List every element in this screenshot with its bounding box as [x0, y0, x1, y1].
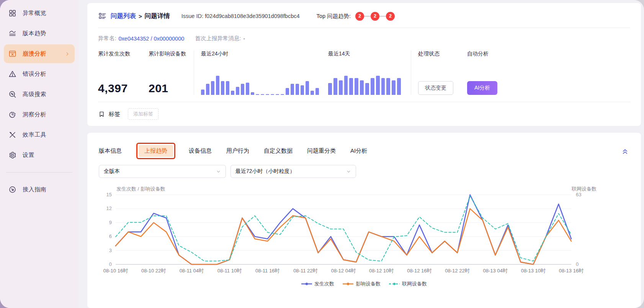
divider [98, 102, 630, 102]
gear-icon [8, 151, 16, 159]
mini-bar [376, 76, 380, 95]
add-tag-button[interactable]: 添加标签 [128, 108, 159, 120]
collapse-panel-icon[interactable] [621, 147, 629, 155]
tab-6[interactable]: AI分析 [350, 147, 367, 155]
legend-item[interactable]: 影响设备数 [343, 280, 381, 287]
mini-bar [221, 81, 224, 95]
issue-id-text: Issue ID: f024d9cab8108e3de35901d098fbcb… [181, 13, 300, 19]
svg-text:联网设备数: 联网设备数 [571, 186, 597, 192]
tags-label: 标签 [109, 111, 120, 118]
stat-total-occurrences: 累计发生次数 4,397 [98, 51, 149, 95]
ai-analysis-button[interactable]: AI分析 [467, 81, 497, 95]
mini-bar [246, 83, 249, 95]
mini-bar [241, 84, 244, 95]
legend-label: 联网设备数 [402, 280, 427, 287]
svg-text:08-11 16时: 08-11 16时 [255, 268, 280, 274]
top-trend-label: Top 问题趋势: [317, 13, 351, 20]
trend-chart: 03691215630发生次数 / 影响设备数联网设备数08-10 16时08-… [99, 186, 629, 287]
chevron-down-icon [216, 169, 221, 174]
bookmark-icon [98, 111, 105, 118]
mini-bar [266, 94, 269, 95]
detail-tabs: 版本信息上报趋势设备信息用户行为自定义数据问题重分类AI分析 [99, 143, 629, 159]
chevron-right-icon [65, 51, 70, 57]
sidebar-item-label: 崩溃分析 [23, 50, 46, 57]
sidebar-item-efficiency-tools[interactable]: 效率工具 [4, 125, 75, 144]
mini-bar [206, 84, 209, 95]
sidebar-item-version-trend[interactable]: 版本趋势 [4, 24, 75, 43]
svg-text:08-11 04时: 08-11 04时 [180, 268, 204, 274]
svg-text:08-13 04时: 08-13 04时 [483, 268, 508, 274]
tab-4[interactable]: 自定义数据 [264, 147, 293, 155]
status-change-button[interactable]: 状态变更 [418, 81, 453, 95]
recent-24h-label: 最近24小时 [201, 51, 320, 57]
sidebar-item-label: 设置 [23, 152, 34, 159]
badge-connector [364, 16, 371, 17]
stats-row: 累计发生次数 4,397 累计影响设备数 201 最近24小时 最近14天 [98, 51, 630, 95]
status-label: 处理状态 [418, 51, 440, 57]
trend-badge: 2 [355, 12, 364, 21]
vertical-divider [194, 51, 194, 95]
sidebar-footer: 接入指南 [0, 179, 78, 200]
mini-bar [226, 81, 229, 95]
issue-detail-card: 版本信息上报趋势设备信息用户行为自定义数据问题重分类AI分析 全版本 最近72小… [87, 133, 641, 308]
mini-bar [344, 76, 348, 95]
chevron-down-icon [346, 169, 351, 174]
tab-3[interactable]: 用户行为 [226, 147, 249, 155]
legend-label: 发生次数 [314, 280, 334, 287]
mini-bar [392, 80, 396, 95]
sidebar-item-advanced-search[interactable]: 高级搜索 [4, 85, 75, 104]
mini-bar [333, 78, 337, 95]
line-chart-svg: 03691215630发生次数 / 影响设备数联网设备数08-10 16时08-… [99, 186, 598, 277]
dashboard-icon [8, 9, 16, 17]
tab-2[interactable]: 设备信息 [189, 147, 212, 155]
sidebar-item-settings[interactable]: 设置 [4, 146, 75, 165]
mini-bar [306, 81, 309, 95]
badge-connector [379, 16, 386, 17]
svg-text:0: 0 [109, 261, 112, 267]
sidebar-item-crash-analysis[interactable]: 崩溃分析 [4, 44, 75, 63]
trend-badge: 2 [371, 12, 379, 21]
trend-badges: 222 [355, 12, 395, 21]
mini-bar [371, 78, 374, 95]
tab-1-active[interactable]: 上报趋势 [139, 145, 173, 157]
version-select-value: 全版本 [104, 168, 120, 175]
app-window: 异常概览 版本趋势 崩溃分析 错误分析 高级搜索 洞察分析 效率工具 设置 接入… [0, 0, 644, 308]
sidebar-item-integration-guide[interactable]: 接入指南 [4, 180, 75, 199]
auto-analysis-label: 自动分析 [467, 51, 489, 57]
mini-bar [281, 94, 284, 95]
breadcrumb-issue-list[interactable]: 问题列表 [111, 12, 136, 20]
sidebar-item-overview[interactable]: 异常概览 [4, 4, 75, 23]
svg-text:08-11 10时: 08-11 10时 [217, 268, 242, 274]
divider [98, 28, 630, 28]
advanced-search-icon [8, 90, 16, 98]
version-select[interactable]: 全版本 [99, 165, 226, 178]
svg-text:08-12 04时: 08-12 04时 [331, 268, 356, 274]
mini-bar [211, 81, 214, 95]
mini-bar [328, 83, 332, 95]
mini-bar [301, 85, 304, 95]
sidebar-item-insight-analysis[interactable]: 洞察分析 [4, 105, 75, 124]
legend-item[interactable]: 发生次数 [301, 280, 334, 287]
sidebar-item-label: 异常概览 [23, 10, 46, 17]
legend-marker [343, 281, 353, 287]
insight-icon [8, 111, 16, 119]
stat-value: 201 [149, 82, 194, 95]
legend-item[interactable]: 联网设备数 [389, 280, 427, 287]
svg-text:08-12 22时: 08-12 22时 [445, 268, 469, 274]
issue-list-icon [98, 12, 107, 21]
mini-bar [276, 94, 279, 95]
svg-text:08-13 10时: 08-13 10时 [521, 268, 546, 274]
tab-0[interactable]: 版本信息 [99, 147, 122, 155]
issue-summary-card: 问题列表 > 问题详情 Issue ID: f024d9cab8108e3de3… [87, 3, 641, 126]
guide-icon [8, 186, 16, 194]
svg-text:15: 15 [106, 192, 112, 197]
svg-text:08-12 16时: 08-12 16时 [407, 268, 432, 274]
mini-bar [311, 91, 314, 95]
first-report-label: 首次上报异常消息: [195, 35, 241, 42]
svg-text:08-13 16时: 08-13 16时 [559, 268, 584, 274]
sidebar-item-label: 接入指南 [23, 186, 46, 193]
time-range-select[interactable]: 最近72小时（小时粒度） [230, 165, 356, 178]
sidebar-item-error-analysis[interactable]: 错误分析 [4, 65, 75, 83]
svg-text:08-11 22时: 08-11 22时 [293, 268, 317, 274]
tab-5[interactable]: 问题重分类 [307, 147, 336, 155]
